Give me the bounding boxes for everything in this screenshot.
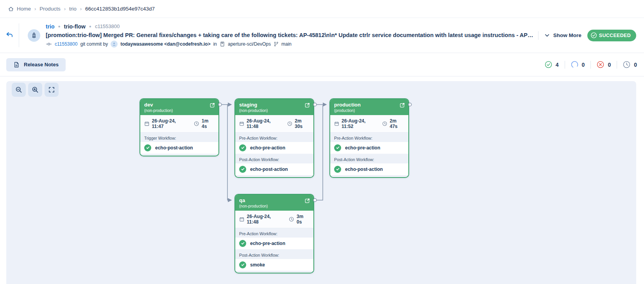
commit-sha-link[interactable]: c11553800	[55, 41, 78, 47]
counter-divider	[590, 61, 591, 69]
workflow-section-label: Post-Action Workflow:	[235, 250, 313, 259]
env-section: Pre-Action Workflow: echo-pre-action	[235, 228, 313, 250]
counter-divider	[617, 61, 617, 69]
workflow-name: echo-post-action	[345, 167, 383, 172]
env-card-dev[interactable]: dev (non-production) 26-Aug-24, 11:47 1m…	[140, 98, 219, 156]
env-card-production[interactable]: production (production) 26-Aug-24, 11:52…	[329, 98, 409, 178]
actions-divider	[538, 31, 538, 40]
status-counters: 4 0 0 0	[545, 61, 637, 69]
env-type: (production)	[334, 108, 404, 113]
counter-succeeded[interactable]: 4	[545, 61, 559, 68]
workflow-row[interactable]: echo-post-action	[235, 163, 313, 176]
counter-failed[interactable]: 0	[597, 61, 611, 68]
env-duration: 1m 4s	[194, 118, 215, 129]
counter-pending[interactable]: 0	[623, 61, 637, 68]
dot-separator: ●	[58, 24, 61, 28]
env-card-qa[interactable]: qa (non-production) 26-Aug-24, 11:48 3m …	[234, 194, 314, 273]
toolbar: Release Notes 4 0 0 0	[0, 53, 644, 76]
edit-icon[interactable]	[304, 198, 310, 205]
breadcrumb-home[interactable]: Home	[8, 6, 31, 12]
repo-name: aperture-sci/DevOps	[228, 41, 271, 47]
workflow-row[interactable]: echo-pre-action	[330, 142, 408, 154]
env-name: production	[334, 102, 404, 108]
check-circle-icon	[590, 32, 597, 39]
release-notes-button[interactable]: Release Notes	[6, 58, 66, 71]
check-circle-icon	[239, 166, 246, 173]
status-label: SUCCEEDED	[599, 33, 631, 38]
counter-pending-value: 0	[634, 62, 637, 68]
user-avatar-icon	[111, 41, 118, 48]
back-button[interactable]	[4, 30, 15, 41]
workflow-row[interactable]: echo-pre-action	[235, 238, 313, 250]
env-section: Post-Action Workflow: smoke	[235, 250, 313, 271]
calendar-icon	[334, 121, 339, 126]
app-root: Home › Products › trio › 66cc412853b1d95…	[0, 0, 644, 284]
commit-in-label: in	[213, 41, 217, 47]
counter-failed-value: 0	[608, 62, 611, 68]
workflow-section-label: Trigger Workflow:	[140, 133, 218, 142]
env-name: dev	[144, 102, 215, 108]
show-more-button[interactable]: Show More	[544, 32, 581, 38]
release-notes-label: Release Notes	[24, 62, 59, 67]
release-header: trio ● trio-flow ● c11553800 [promotion:…	[0, 18, 644, 53]
check-circle-icon	[545, 61, 552, 68]
zoom-in-button[interactable]	[28, 83, 42, 97]
counter-running[interactable]: 0	[571, 61, 585, 68]
workflow-section-label: Post-Action Workflow:	[330, 154, 408, 163]
env-name: staging	[239, 102, 309, 108]
env-type: (non-production)	[239, 108, 309, 113]
flow-name: trio-flow	[64, 23, 86, 30]
breadcrumb-separator: ›	[80, 6, 82, 12]
env-meta: 26-Aug-24, 11:47 1m 4s	[140, 115, 218, 133]
home-icon	[8, 6, 14, 12]
dot-separator: ●	[89, 24, 91, 28]
fit-view-button[interactable]	[45, 83, 59, 97]
status-badge: SUCCEEDED	[587, 30, 636, 41]
workflow-row[interactable]: echo-pre-action	[235, 142, 313, 154]
product-link[interactable]: trio	[46, 23, 55, 30]
header-actions: Show More SUCCEEDED	[538, 18, 644, 53]
zoom-out-button[interactable]	[12, 83, 26, 97]
edit-icon[interactable]	[209, 102, 215, 109]
check-circle-icon	[239, 240, 246, 247]
breadcrumb-product-trio[interactable]: trio	[69, 6, 77, 12]
fullscreen-icon	[48, 86, 55, 93]
calendar-icon	[144, 121, 150, 126]
pending-clock-icon	[623, 61, 630, 68]
commit-action-label: git commit by	[80, 41, 108, 47]
commit-line: c11553800 git commit by todaywasawesome …	[46, 41, 534, 48]
edit-icon[interactable]	[304, 102, 310, 109]
workflow-section-label: Post-Action Workflow:	[235, 154, 313, 163]
workflow-row[interactable]: echo-post-action	[140, 142, 218, 154]
commit-author: todaywasawesome <dan@codefresh.io>	[120, 41, 210, 47]
workflow-name: smoke	[250, 262, 265, 268]
edit-icon[interactable]	[399, 102, 405, 109]
release-avatar	[19, 18, 46, 53]
show-more-label: Show More	[553, 32, 581, 38]
pipeline-canvas[interactable]: dev (non-production) 26-Aug-24, 11:47 1m…	[6, 81, 636, 284]
check-circle-icon	[239, 261, 246, 268]
workflow-section-label: Pre-Action Workflow:	[330, 133, 408, 142]
workflow-row[interactable]: echo-post-action	[330, 163, 408, 176]
env-card-staging[interactable]: staging (non-production) 26-Aug-24, 11:4…	[234, 98, 314, 178]
env-duration: 2m 47s	[382, 118, 404, 129]
chevron-down-icon	[544, 33, 550, 38]
env-header: qa (non-production)	[235, 195, 313, 211]
workflow-section-label: Pre-Action Workflow:	[235, 133, 313, 142]
branch-name: main	[281, 41, 292, 47]
release-info: trio ● trio-flow ● c11553800 [promotion:…	[46, 18, 538, 53]
breadcrumb-products[interactable]: Products	[39, 6, 60, 12]
env-section: Pre-Action Workflow: echo-pre-action	[330, 133, 408, 154]
workflow-name: echo-pre-action	[250, 241, 285, 246]
env-duration: 2m 30s	[287, 118, 309, 129]
counter-running-value: 0	[582, 62, 585, 68]
release-title-row: trio ● trio-flow ● c11553800	[46, 23, 534, 30]
clock-icon	[382, 121, 387, 126]
env-header: production (production)	[330, 99, 408, 115]
calendar-icon	[239, 217, 245, 222]
env-section: Pre-Action Workflow: echo-pre-action	[235, 133, 313, 154]
workflow-row[interactable]: smoke	[235, 259, 313, 271]
clock-icon	[289, 217, 294, 222]
env-header: staging (non-production)	[235, 99, 313, 115]
env-date: 26-Aug-24, 11:48	[239, 118, 281, 129]
